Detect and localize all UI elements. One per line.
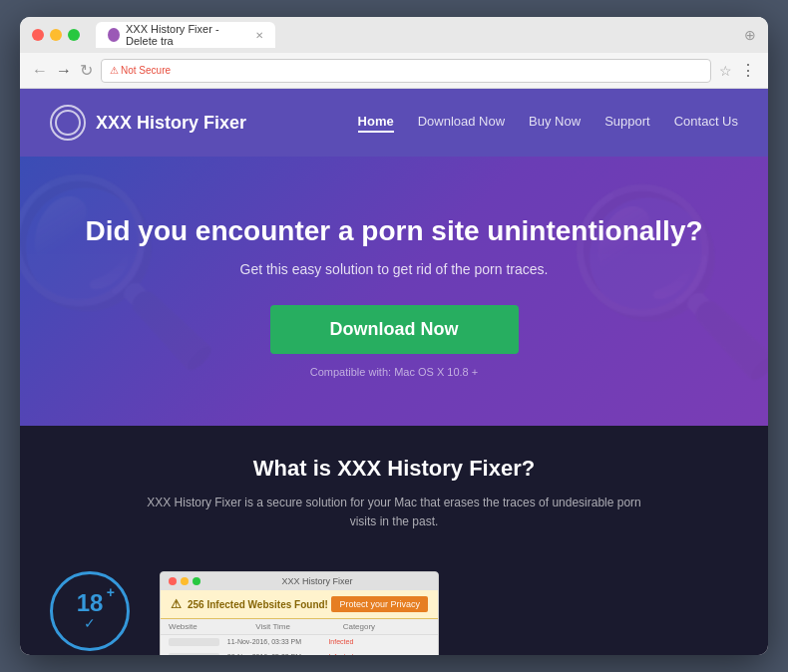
active-tab[interactable]: XXX History Fixer - Delete tra ✕ xyxy=(96,22,275,48)
bottom-content: + 18 ✓ XXX History Fixer ⚠ 256 Infected … xyxy=(20,571,768,655)
app-table-header: Website Visit Time Category xyxy=(161,619,438,635)
hero-subtext: Get this easy solution to get rid of the… xyxy=(240,261,549,277)
tab-favicon xyxy=(108,28,120,42)
row-website-1 xyxy=(169,638,219,646)
tab-bar: XXX History Fixer - Delete tra ✕ xyxy=(96,22,736,48)
app-alert-bar: ⚠ 256 Infected Websites Found! Protect y… xyxy=(161,590,438,619)
row-category-1: Infected xyxy=(328,638,430,646)
col-header-website: Website xyxy=(169,622,255,631)
address-bar: ← → ↻ ⚠ Not Secure ☆ ⋮ xyxy=(20,53,768,89)
forward-button[interactable]: → xyxy=(56,62,72,80)
alert-text: 256 Infected Websites Found! xyxy=(188,599,328,610)
url-bar[interactable]: ⚠ Not Secure xyxy=(101,59,711,83)
alert-warning-icon: ⚠ xyxy=(171,597,182,611)
age-badge: + 18 ✓ xyxy=(50,571,130,651)
menu-icon[interactable]: ⋮ xyxy=(740,61,756,80)
what-is-description: XXX History Fixer is a secure solution f… xyxy=(145,494,643,531)
nav-home[interactable]: Home xyxy=(358,114,394,133)
app-titlebar: XXX History Fixer xyxy=(161,572,438,590)
bookmark-icon[interactable]: ☆ xyxy=(719,63,732,79)
hero-bg-search-right: 🔍 xyxy=(564,176,768,388)
title-bar: XXX History Fixer - Delete tra ✕ ⊕ xyxy=(20,17,768,53)
nav-download[interactable]: Download Now xyxy=(418,114,505,133)
maximize-button[interactable] xyxy=(68,29,80,41)
app-close xyxy=(169,577,177,585)
age-check-icon: ✓ xyxy=(84,615,96,631)
hero-download-button[interactable]: Download Now xyxy=(270,305,519,354)
site-header: XXX History Fixer Home Download Now Buy … xyxy=(20,89,768,157)
app-title: XXX History Fixer xyxy=(281,576,352,586)
hero-bg-search-left: 🔍 xyxy=(20,167,224,378)
tab-close-icon[interactable]: ✕ xyxy=(255,30,263,41)
compatibility-text: Compatible with: Mac OS X 10.8 + xyxy=(310,366,478,378)
back-button[interactable]: ← xyxy=(32,62,48,80)
table-row: 11-Nov-2016, 03:33 PM Infected xyxy=(161,635,438,650)
window-controls: ⊕ xyxy=(744,27,756,43)
security-indicator: ⚠ Not Secure xyxy=(110,65,171,76)
site-logo: XXX History Fixer xyxy=(50,105,246,141)
col-header-category: Category xyxy=(343,622,430,631)
tab-title: XXX History Fixer - Delete tra xyxy=(126,23,249,47)
row-website-2 xyxy=(169,653,219,655)
protect-privacy-button[interactable]: Protect your Privacy xyxy=(331,596,428,612)
app-alert-message: ⚠ 256 Infected Websites Found! xyxy=(171,597,328,611)
logo-icon xyxy=(50,105,86,141)
traffic-lights xyxy=(32,29,80,41)
refresh-button[interactable]: ↻ xyxy=(80,61,93,80)
minimize-button[interactable] xyxy=(50,29,62,41)
row-category-2: Infected xyxy=(328,653,430,655)
what-is-heading: What is XXX History Fixer? xyxy=(50,456,738,482)
row-time-1: 11-Nov-2016, 03:33 PM xyxy=(227,638,329,646)
nav-support[interactable]: Support xyxy=(604,114,650,133)
nav-contact[interactable]: Contact Us xyxy=(674,114,738,133)
site-content: XXX History Fixer Home Download Now Buy … xyxy=(20,89,768,655)
col-header-time: Visit Time xyxy=(255,622,342,631)
age-plus: + xyxy=(107,584,115,600)
app-maximize xyxy=(193,577,200,585)
browser-window: XXX History Fixer - Delete tra ✕ ⊕ ← → ↻… xyxy=(20,17,768,655)
app-minimize xyxy=(181,577,189,585)
site-name: XXX History Fixer xyxy=(96,113,246,134)
table-row: 28-Nov-2016, 05:33 PM Infected xyxy=(161,650,438,655)
site-nav: Home Download Now Buy Now Support Contac… xyxy=(358,114,738,133)
what-is-section: What is XXX History Fixer? XXX History F… xyxy=(20,426,768,571)
hero-section: 🔍 🔍 Did you encounter a porn site uninte… xyxy=(20,157,768,426)
logo-inner-ring xyxy=(55,110,81,136)
app-screenshot: XXX History Fixer ⚠ 256 Infected Website… xyxy=(160,571,439,655)
hero-heading: Did you encounter a porn site unintentio… xyxy=(85,215,702,247)
close-button[interactable] xyxy=(32,29,44,41)
row-time-2: 28-Nov-2016, 05:33 PM xyxy=(227,653,329,655)
nav-buy[interactable]: Buy Now xyxy=(529,114,581,133)
age-number: 18 xyxy=(77,591,104,615)
lock-icon: ⚠ xyxy=(110,65,119,76)
